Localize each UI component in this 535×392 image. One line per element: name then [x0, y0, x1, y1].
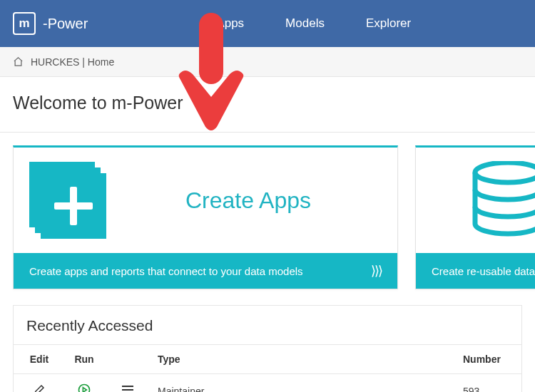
col-header-number: Number [453, 345, 521, 374]
recently-accessed-table: Edit Run Type Number [14, 344, 521, 392]
cards-row: Create Apps Create apps and reports that… [0, 133, 535, 289]
svg-point-1 [205, 61, 208, 63]
table-header-row: Edit Run Type Number [14, 345, 521, 374]
brand-name: -Power [43, 16, 88, 32]
col-header-menu [108, 345, 148, 374]
main-nav: Apps Models Explorer [216, 16, 411, 31]
svg-point-0 [205, 56, 208, 59]
nav-explorer[interactable]: Explorer [366, 16, 411, 31]
col-header-edit: Edit [14, 345, 61, 374]
card-create-apps[interactable]: Create Apps Create apps and reports that… [13, 145, 398, 289]
col-header-type: Type [148, 345, 453, 374]
card-create-apps-footer-text: Create apps and reports that connect to … [29, 265, 303, 277]
chevrons-right-icon: ⟩⟩⟩ [371, 263, 382, 279]
hamburger-menu-icon[interactable] [122, 385, 133, 392]
breadcrumb-text[interactable]: HURCKES | Home [31, 56, 114, 68]
more-actions-icon[interactable] [205, 56, 208, 68]
card-data-models-body [416, 148, 535, 253]
stacked-pages-plus-icon [29, 162, 106, 239]
nav-models[interactable]: Models [285, 16, 325, 31]
svg-point-2 [205, 65, 208, 68]
svg-point-3 [475, 163, 535, 182]
edit-icon[interactable] [33, 383, 46, 392]
recently-accessed-panel: Recently Accessed Edit Run Type Number [13, 305, 522, 392]
brand-badge-letter: m [19, 16, 29, 31]
card-data-models[interactable]: Create re-usable data se [415, 145, 535, 289]
card-data-models-footer-text: Create re-usable data se [432, 265, 535, 277]
nav-apps[interactable]: Apps [216, 16, 244, 31]
breadcrumb-bar: HURCKES | Home [0, 47, 535, 77]
home-icon[interactable] [13, 56, 24, 67]
card-create-apps-body: Create Apps [14, 148, 397, 253]
run-icon[interactable] [77, 383, 91, 392]
card-data-models-footer[interactable]: Create re-usable data se [416, 253, 535, 289]
recently-accessed-title: Recently Accessed [14, 306, 521, 344]
cell-number: 593 [453, 374, 521, 393]
brand-badge: m [13, 12, 36, 35]
card-create-apps-footer[interactable]: Create apps and reports that connect to … [14, 253, 397, 289]
table-row[interactable]: Maintainer 593 [14, 374, 521, 393]
database-icon [432, 148, 535, 253]
card-create-apps-title: Create Apps [115, 187, 382, 214]
cell-type: Maintainer [148, 374, 453, 393]
top-nav: m -Power Apps Models Explorer [0, 0, 535, 47]
col-header-run: Run [61, 345, 108, 374]
page-title: Welcome to m-Power [0, 77, 535, 133]
